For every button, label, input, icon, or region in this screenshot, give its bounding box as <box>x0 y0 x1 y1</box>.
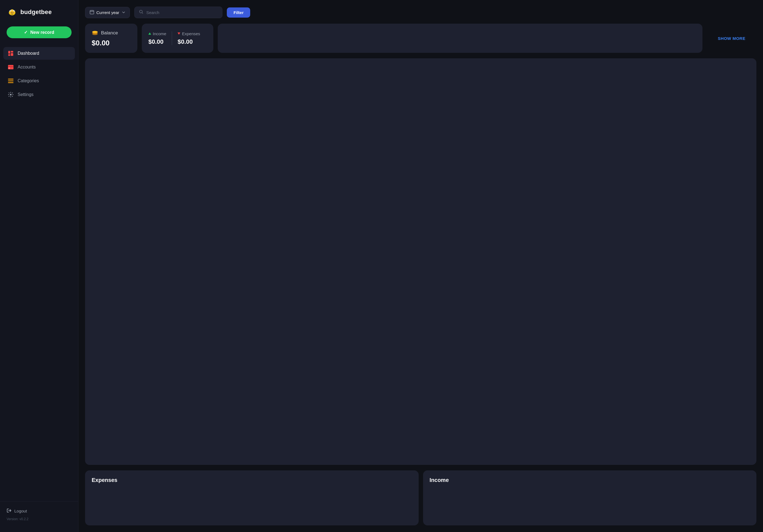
expenses-amount: $0.00 <box>177 38 200 45</box>
new-record-label: New record <box>30 30 54 35</box>
nav-menu: Dashboard Accounts Categorie <box>0 47 78 501</box>
logout-button[interactable]: Logout <box>7 506 27 516</box>
income-expenses-card: Income $0.00 Expenses $0.00 <box>142 24 213 53</box>
income-label: Income <box>153 31 166 36</box>
sidebar: budgetbee ✓ New record Dashboard <box>0 0 78 532</box>
budgetbee-logo-icon <box>7 7 18 18</box>
dashboard-label: Dashboard <box>18 51 39 56</box>
sidebar-item-accounts[interactable]: Accounts <box>3 61 75 73</box>
show-more-area: SHOW MORE <box>707 24 756 53</box>
calendar-icon <box>90 10 94 15</box>
main-content: Current year Filter <box>78 0 763 532</box>
svg-rect-11 <box>8 66 14 67</box>
dashboard-icon <box>8 50 14 56</box>
expenses-panel-title: Expenses <box>92 477 412 483</box>
sidebar-bottom: Logout Version: v0.2.2 <box>0 501 78 525</box>
sidebar-item-categories[interactable]: Categories <box>3 74 75 87</box>
search-icon <box>139 10 144 15</box>
top-bar: Current year Filter <box>85 7 756 18</box>
chevron-down-icon <box>122 10 125 15</box>
svg-point-16 <box>10 94 12 95</box>
bottom-row: Expenses Income <box>85 470 756 525</box>
svg-rect-13 <box>8 79 14 79</box>
svg-point-22 <box>92 31 98 33</box>
settings-icon <box>8 92 14 98</box>
sidebar-item-settings[interactable]: Settings <box>3 88 75 101</box>
income-header: Income <box>148 31 166 36</box>
svg-rect-9 <box>11 53 13 56</box>
show-more-button[interactable]: SHOW MORE <box>718 36 745 41</box>
search-bar <box>134 7 222 18</box>
categories-icon <box>8 78 14 84</box>
sidebar-item-dashboard[interactable]: Dashboard <box>3 47 75 60</box>
svg-rect-7 <box>8 54 10 56</box>
check-icon: ✓ <box>24 30 28 35</box>
categories-label: Categories <box>18 78 39 83</box>
svg-point-4 <box>11 12 12 13</box>
accounts-label: Accounts <box>18 65 36 70</box>
app-name: budgetbee <box>20 9 52 16</box>
year-filter-dropdown[interactable]: Current year <box>85 7 130 18</box>
stats-row: Balance $0.00 Income $0.00 Expenses $0.0… <box>85 24 756 53</box>
income-panel: Income <box>423 470 757 525</box>
income-section: Income $0.00 <box>148 31 172 45</box>
filter-button[interactable]: Filter <box>227 7 250 18</box>
svg-rect-17 <box>90 10 94 14</box>
income-arrow-icon <box>148 33 151 35</box>
new-record-button[interactable]: ✓ New record <box>7 27 71 38</box>
income-amount: $0.00 <box>148 38 166 45</box>
expenses-section: Expenses $0.00 <box>172 31 206 45</box>
accounts-icon <box>8 64 14 70</box>
svg-rect-6 <box>8 51 10 54</box>
expenses-panel: Expenses <box>85 470 419 525</box>
svg-rect-8 <box>11 51 13 52</box>
balance-header: Balance <box>92 29 131 37</box>
logout-label: Logout <box>14 509 27 513</box>
balance-card: Balance $0.00 <box>85 24 137 53</box>
svg-rect-14 <box>8 81 14 81</box>
svg-point-5 <box>13 12 14 13</box>
logo-area: budgetbee <box>0 7 78 27</box>
balance-label: Balance <box>101 30 118 36</box>
income-panel-title: Income <box>430 477 750 483</box>
year-filter-label: Current year <box>96 10 119 15</box>
version-text: Version: v0.2.2 <box>7 517 71 521</box>
svg-rect-15 <box>8 82 14 83</box>
logout-icon <box>7 508 12 514</box>
search-input[interactable] <box>146 10 218 15</box>
balance-amount: $0.00 <box>92 39 131 47</box>
chart-area <box>85 58 756 465</box>
expenses-label: Expenses <box>182 31 200 36</box>
expenses-arrow-icon <box>177 33 180 35</box>
expenses-header: Expenses <box>177 31 200 36</box>
svg-rect-12 <box>9 68 10 68</box>
empty-stat-card <box>218 24 703 53</box>
settings-label: Settings <box>18 92 34 97</box>
coins-icon <box>92 29 98 37</box>
